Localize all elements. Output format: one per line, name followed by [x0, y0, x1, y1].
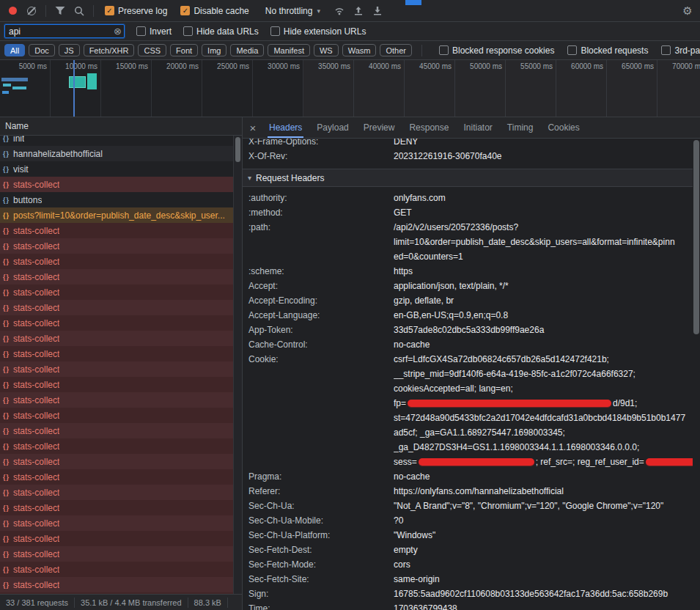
close-icon[interactable]: × — [244, 122, 262, 134]
tab-headers[interactable]: Headers — [262, 117, 309, 138]
request-name: stats-collect — [13, 395, 59, 405]
request-row[interactable]: {}stats-collect — [0, 423, 233, 438]
export-har-button[interactable] — [369, 2, 386, 20]
request-type-icon: {} — [3, 397, 10, 404]
hide-extension-urls-checkbox[interactable]: Hide extension URLs — [270, 26, 366, 37]
details-scrollbar[interactable] — [693, 139, 700, 610]
request-row[interactable]: {}stats-collect — [0, 331, 233, 346]
tab-timing[interactable]: Timing — [500, 117, 541, 138]
request-row[interactable]: {}stats-collect — [0, 377, 233, 392]
scrollbar-thumb[interactable] — [235, 137, 240, 162]
type-filter-chip-css[interactable]: CSS — [138, 44, 166, 56]
request-row[interactable]: {}stats-collect — [0, 408, 233, 423]
third-party-requests-checkbox[interactable]: 3rd-party requests — [661, 45, 700, 56]
timeline-activity-block — [87, 73, 97, 89]
request-row[interactable]: {}stats-collect — [0, 392, 233, 408]
request-row[interactable]: {}stats-collect — [0, 515, 233, 531]
tab-payload[interactable]: Payload — [309, 117, 355, 138]
type-filter-chip-ws[interactable]: WS — [314, 44, 339, 56]
request-list-scrollbar[interactable] — [233, 136, 242, 594]
type-filter-chip-all[interactable]: All — [4, 44, 25, 56]
type-filter-chip-wasm[interactable]: Wasm — [342, 44, 377, 56]
type-filter-chip-fetchxhr[interactable]: Fetch/XHR — [84, 44, 135, 56]
request-row[interactable]: {}stats-collect — [0, 238, 233, 254]
type-filter-chip-js[interactable]: JS — [59, 44, 80, 56]
request-row[interactable]: {}stats-collect — [0, 346, 233, 361]
filter-input[interactable]: api ⊗ — [4, 24, 125, 38]
request-row[interactable]: {}stats-collect — [0, 531, 233, 546]
network-conditions-button[interactable] — [331, 2, 348, 20]
clear-filter-icon[interactable]: ⊗ — [114, 26, 122, 36]
type-filter-chip-doc[interactable]: Doc — [29, 44, 55, 56]
record-button[interactable] — [4, 2, 21, 20]
blocked-response-cookies-checkbox[interactable]: Blocked response cookies — [439, 45, 554, 56]
type-filter-chip-font[interactable]: Font — [170, 44, 198, 56]
detail-tab-bar: × HeadersPayloadPreviewResponseInitiator… — [243, 117, 700, 139]
header-value: https://onlyfans.com/hannahelizabethoffi… — [394, 484, 693, 499]
type-filter-chip-manifest[interactable]: Manifest — [268, 44, 310, 56]
tab-initiator[interactable]: Initiator — [456, 117, 499, 138]
request-row[interactable]: {}stats-collect — [0, 454, 233, 469]
hide-data-urls-checkbox[interactable]: Hide data URLs — [183, 26, 259, 37]
request-row[interactable]: {}stats-collect — [0, 469, 233, 485]
request-row[interactable]: {}stats-collect — [0, 300, 233, 315]
third-party-requests-label: 3rd-party requests — [674, 45, 700, 56]
status-bar: 33 / 381 requests 35.1 kB / 4.4 MB trans… — [0, 594, 242, 610]
request-row[interactable]: {}stats-collect — [0, 500, 233, 515]
export-har-icon — [372, 6, 383, 16]
request-details-panel: × HeadersPayloadPreviewResponseInitiator… — [242, 117, 700, 610]
checkbox-checked-icon: ✓ — [180, 6, 190, 15]
request-row[interactable]: {}stats-collect — [0, 254, 233, 269]
throttling-dropdown[interactable]: No throttling ▾ — [259, 6, 326, 16]
disable-cache-checkbox[interactable]: ✓ Disable cache — [180, 6, 248, 16]
checkbox-unchecked-icon — [567, 45, 577, 55]
settings-gear-icon[interactable]: ⚙ — [679, 2, 696, 20]
tab-response[interactable]: Response — [402, 117, 456, 138]
header-row: Sec-Fetch-Dest:empty — [243, 543, 693, 557]
request-row[interactable]: {}stats-collect — [0, 485, 233, 500]
header-row: :method:GET — [243, 205, 693, 220]
request-name: stats-collect — [13, 441, 59, 452]
request-row[interactable]: {}stats-collect — [0, 361, 233, 377]
search-button[interactable] — [70, 2, 88, 20]
request-row[interactable]: {}stats-collect — [0, 284, 233, 300]
request-row[interactable]: {}hannahelizabethofficial — [0, 146, 233, 161]
request-row[interactable]: {}stats-collect — [0, 546, 233, 562]
request-row[interactable]: {}stats-collect — [0, 438, 233, 454]
name-column-header[interactable]: Name — [0, 117, 242, 136]
scrollbar-thumb[interactable] — [693, 140, 699, 334]
type-filter-chip-other[interactable]: Other — [380, 44, 412, 56]
type-filter-chip-media[interactable]: Media — [230, 44, 264, 56]
type-filter-chip-img[interactable]: Img — [202, 44, 226, 56]
timeline-activity-bar — [2, 91, 9, 94]
request-type-icon: {} — [3, 136, 10, 142]
timeline-overview[interactable]: 5000 ms10000 ms15000 ms20000 ms25000 ms3… — [0, 60, 700, 117]
timeline-activity-bar — [12, 87, 26, 89]
filter-toggle-button[interactable] — [51, 2, 69, 20]
import-har-button[interactable] — [350, 2, 367, 20]
request-row[interactable]: {}init — [0, 136, 233, 146]
clear-network-log-button[interactable] — [23, 2, 40, 20]
tab-cookies[interactable]: Cookies — [540, 117, 586, 138]
request-row[interactable]: {}stats-collect — [0, 269, 233, 284]
transferred-size: 35.1 kB / 4.4 MB transferred — [75, 598, 188, 608]
request-row[interactable]: {}stats-collect — [0, 315, 233, 331]
request-row[interactable]: {}stats-collect — [0, 223, 233, 238]
blocked-requests-checkbox[interactable]: Blocked requests — [567, 45, 648, 56]
redaction-scribble — [646, 458, 693, 466]
request-name: stats-collect — [13, 580, 59, 590]
request-name: stats-collect — [13, 380, 59, 390]
invert-checkbox[interactable]: Invert — [136, 26, 172, 37]
header-value: en-GB,en-US;q=0.9,en;q=0.8 — [394, 308, 693, 323]
request-row[interactable]: {}stats-collect — [0, 562, 233, 577]
request-row[interactable]: {}posts?limit=10&order=publish_date_desc… — [0, 207, 233, 223]
tab-preview[interactable]: Preview — [356, 117, 402, 138]
request-headers-section[interactable]: ▾ Request Headers — [243, 169, 693, 187]
request-row[interactable]: {}stats-collect — [0, 177, 233, 192]
request-row[interactable]: {}visit — [0, 161, 233, 177]
request-row[interactable]: {}stats-collect — [0, 577, 233, 592]
timeline-tick: 25000 ms — [202, 60, 253, 117]
preserve-log-checkbox[interactable]: ✓ Preserve log — [105, 6, 167, 16]
request-row[interactable]: {}buttons — [0, 192, 233, 207]
header-value: no-cache — [394, 469, 693, 484]
